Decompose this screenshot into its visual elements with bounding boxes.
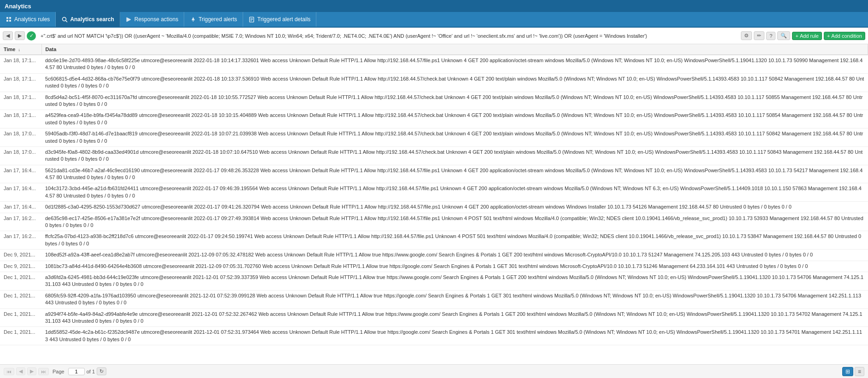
add-condition-label: Add condition — [831, 33, 862, 39]
cell-time: Jan 18, 17:1... — [0, 55, 41, 73]
tab-response-actions[interactable]: Response actions — [120, 12, 184, 27]
cell-time: Jan 17, 16:2... — [0, 213, 41, 231]
table-row: Jan 18, 17:0...59405adb-f3f0-48d7-b146-d… — [0, 128, 868, 147]
table-row: Jan 17, 16:2...de635c98-ec17-425e-8506-e… — [0, 213, 868, 231]
cell-data: 5c606815-d5e4-4d32-868a-cb76e75e0f79 utm… — [41, 73, 868, 92]
analytics-search-icon — [61, 16, 68, 23]
page-first-button[interactable]: ⏮ — [4, 368, 14, 375]
cell-time: Jan 18, 17:1... — [0, 92, 41, 110]
filter-info-button[interactable]: ? — [766, 32, 775, 40]
cell-time: Jan 18, 17:0... — [0, 128, 41, 147]
tab-bar: Analytics rules Analytics search Respons… — [0, 12, 868, 28]
tab-triggered-alert-details[interactable]: Triggered alert details — [243, 12, 317, 27]
cell-data: d3c945fe-f0a8-4802-8b9d-caa33ed4901d utm… — [41, 146, 868, 165]
data-table-container: Time ↓ Data Jan 18, 17:1...ddc6e19e-2d70… — [0, 44, 868, 364]
svg-rect-3 — [9, 20, 11, 22]
svg-marker-6 — [127, 17, 131, 22]
refresh-button[interactable]: ↻ — [97, 367, 106, 375]
table-row: Jan 18, 17:1...a4529fea-cea9-418e-b9fa-f… — [0, 110, 868, 128]
filter-prev-button[interactable]: ◀ — [3, 31, 13, 40]
cell-time: Jan 17, 16:4... — [0, 202, 41, 213]
svg-rect-7 — [192, 20, 193, 21]
column-data[interactable]: Data — [41, 44, 868, 55]
svg-line-5 — [65, 20, 67, 22]
info-icon: ? — [769, 33, 772, 39]
settings-icon: ⚙ — [744, 33, 749, 39]
add-rule-label: Add rule — [800, 33, 819, 39]
tab-analytics-search-label: Analytics search — [70, 16, 114, 23]
page-next-button[interactable]: ▶ — [27, 367, 36, 375]
cell-time: Jan 18, 17:0... — [0, 146, 41, 165]
column-time[interactable]: Time ↓ — [0, 44, 41, 55]
cell-data: 8cd5d4a2-bc51-4f5f-8070-ec311670a7fd utm… — [41, 92, 868, 110]
page-of-label: of 1 — [87, 369, 95, 374]
page-last-button[interactable]: ⏭ — [38, 368, 49, 375]
table-row: Dec 9, 2021...108ed52f-a92a-43ff-aeef-ce… — [0, 250, 868, 261]
triggered-alerts-icon — [190, 16, 196, 23]
cell-data: 1081bc73-a84d-441d-8490-64264e4b3608 utm… — [41, 261, 868, 272]
filter-search-button[interactable]: 🔍 — [777, 31, 790, 40]
app-title: Analytics — [5, 3, 31, 10]
view-toggle-buttons: ⊞ ≡ — [842, 367, 864, 376]
cell-data: 0d1f2885-c3a0-4295-8250-1553d730d627 utm… — [41, 202, 868, 213]
cell-time: Dec 9, 2021... — [0, 261, 41, 272]
cell-time: Dec 1, 2021... — [0, 308, 41, 327]
response-actions-icon — [126, 16, 132, 23]
filter-status-icon: ✓ — [27, 31, 36, 41]
cell-time: Jan 18, 17:1... — [0, 110, 41, 128]
page-prev-button[interactable]: ◀ — [16, 367, 25, 375]
add-condition-button[interactable]: + Add condition — [824, 32, 865, 40]
check-icon: ✓ — [29, 33, 34, 39]
cell-data: 5621da81-cd3e-46b7-a2af-46c9ecd16190 utm… — [41, 165, 868, 183]
table-row: Dec 1, 2021...a9294f74-b5fe-4a49-84a2-d9… — [0, 308, 868, 327]
filter-bar: ◀ ▶ ✓ +".crt$' and url NOT MATCH '\p7c$'… — [0, 28, 868, 44]
table-row: Dec 9, 2021...1081bc73-a84d-441d-8490-64… — [0, 261, 868, 272]
cell-time: Jan 17, 16:4... — [0, 165, 41, 183]
add-rule-button[interactable]: + Add rule — [792, 32, 821, 40]
view-list-button[interactable]: ≡ — [855, 367, 864, 376]
cell-time: Jan 17, 16:4... — [0, 183, 41, 202]
tab-triggered-alerts[interactable]: Triggered alerts — [184, 12, 243, 27]
cell-data: 104c3172-3cbd-445e-a21d-fb631fd24411 utm… — [41, 183, 868, 202]
tab-analytics-rules[interactable]: Analytics rules — [0, 12, 56, 27]
cell-time: Jan 18, 17:1... — [0, 73, 41, 92]
table-row: Jan 17, 16:4...0d1f2885-c3a0-4295-8250-1… — [0, 202, 868, 213]
page-number-input[interactable] — [68, 368, 85, 375]
table-row: Dec 1, 2021...1dd55852-45de-4c2a-b61c-f2… — [0, 327, 868, 345]
page-label: Page — [52, 369, 64, 374]
filter-query-text: +".crt$' and url NOT MATCH '\p7c$')) OR … — [38, 33, 739, 39]
cell-data: ffcfc25a-07bd-4123-a938-bc2ff218d7c6 utm… — [41, 231, 868, 250]
table-row: Jan 17, 16:4...5621da81-cd3e-46b7-a2af-4… — [0, 165, 868, 183]
svg-rect-0 — [6, 17, 8, 19]
table-row: Jan 18, 17:1...ddc6e19e-2d70-4893-98ae-4… — [0, 55, 868, 73]
sort-desc-icon: ↓ — [18, 47, 21, 52]
filter-edit-button[interactable]: ✏ — [754, 31, 764, 40]
cell-time: Jan 17, 16:2... — [0, 231, 41, 250]
tab-triggered-alerts-label: Triggered alerts — [198, 16, 237, 23]
add-rule-icon: + — [795, 33, 798, 39]
cell-data: a4529fea-cea9-418e-b9fa-f3454a78dd89 utm… — [41, 110, 868, 128]
table-row: Jan 17, 16:2...ffcfc25a-07bd-4123-a938-b… — [0, 231, 868, 250]
table-row: Dec 1, 2021...a3d6fd2a-6245-4981-bb3d-64… — [0, 272, 868, 290]
svg-rect-1 — [6, 20, 8, 22]
view-grid-button[interactable]: ⊞ — [842, 367, 853, 376]
cell-time: Dec 1, 2021... — [0, 327, 41, 345]
cell-data: 6805fc59-92ff-4209-a1fa-1976ad103950 utm… — [41, 290, 868, 308]
table-row: Jan 18, 17:1...8cd5d4a2-bc51-4f5f-8070-e… — [0, 92, 868, 110]
cell-time: Dec 9, 2021... — [0, 250, 41, 261]
cell-data: ddc6e19e-2d70-4893-98ae-48c6c58f225e utm… — [41, 55, 868, 73]
analytics-rules-icon — [6, 16, 12, 23]
svg-point-4 — [62, 17, 66, 21]
search-icon: 🔍 — [781, 33, 787, 39]
tab-analytics-rules-label: Analytics rules — [14, 16, 50, 23]
app-title-bar: Analytics — [0, 0, 868, 12]
cell-time: Dec 1, 2021... — [0, 272, 41, 290]
cell-data: a3d6fd2a-6245-4981-bb3d-644c19e023fe utm… — [41, 272, 868, 290]
filter-next-button[interactable]: ▶ — [15, 31, 25, 40]
tab-analytics-search[interactable]: Analytics search — [56, 12, 120, 27]
cell-data: 59405adb-f3f0-48d7-b146-d7e1baacf819 utm… — [41, 128, 868, 147]
cell-data: 108ed52f-a92a-43ff-aeef-cea1d8e2ab7f utm… — [41, 250, 868, 261]
cell-data: de635c98-ec17-425e-8506-e17a381e7e2f utm… — [41, 213, 868, 231]
filter-settings-button[interactable]: ⚙ — [741, 31, 752, 40]
data-table: Time ↓ Data Jan 18, 17:1...ddc6e19e-2d70… — [0, 44, 868, 345]
